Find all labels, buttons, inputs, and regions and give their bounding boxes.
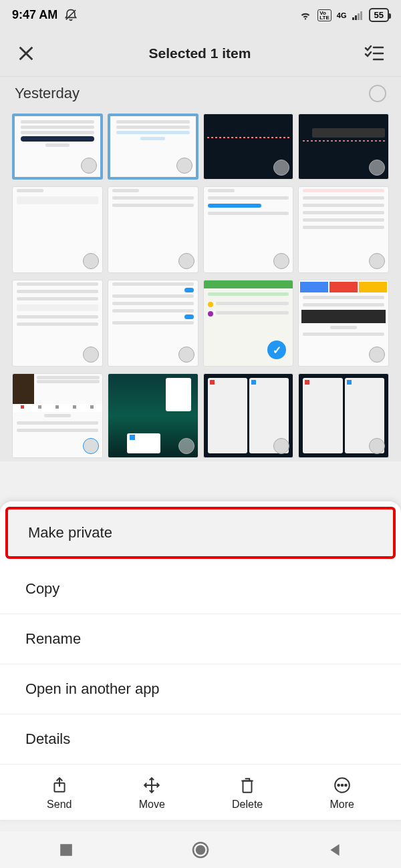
- action-label: Delete: [232, 799, 263, 811]
- thumbnail[interactable]: [12, 186, 103, 273]
- header-title: Selected 1 item: [35, 45, 364, 61]
- system-nav-bar: [0, 831, 401, 868]
- status-time: 9:47 AM: [12, 8, 57, 22]
- dnd-icon: [64, 9, 78, 22]
- action-bar: Send Move Delete More: [0, 764, 401, 820]
- thumbnail[interactable]: [12, 280, 103, 367]
- svg-point-9: [345, 785, 347, 787]
- action-more[interactable]: More: [329, 777, 354, 811]
- svg-rect-1: [355, 15, 357, 20]
- section-title: Yesterday: [15, 85, 80, 102]
- thumbnail[interactable]: ✓: [203, 280, 294, 367]
- wifi-icon: [299, 10, 312, 21]
- thumbnail[interactable]: [203, 186, 294, 273]
- thumbnail[interactable]: [203, 373, 294, 458]
- thumbnail[interactable]: [12, 114, 103, 180]
- thumbnail[interactable]: [108, 186, 198, 273]
- svg-rect-2: [358, 13, 360, 20]
- more-icon: [333, 777, 351, 794]
- signal-label: 4G: [337, 11, 347, 19]
- thumbnail[interactable]: [12, 373, 103, 458]
- back-icon[interactable]: [327, 843, 342, 857]
- thumbnail[interactable]: [108, 373, 198, 458]
- select-all-icon[interactable]: [364, 45, 384, 62]
- battery-indicator: 55: [369, 8, 389, 22]
- action-delete[interactable]: Delete: [232, 777, 263, 811]
- action-label: Send: [47, 799, 72, 811]
- thumbnail[interactable]: [108, 280, 198, 367]
- status-bar: 9:47 AM VoLTE 4G 55: [0, 0, 401, 30]
- thumbnail[interactable]: [298, 373, 389, 458]
- svg-rect-3: [360, 11, 362, 20]
- close-icon[interactable]: [17, 44, 35, 63]
- action-label: More: [329, 799, 354, 811]
- signal-icon: [352, 11, 364, 20]
- thumbnail[interactable]: [108, 114, 198, 180]
- action-label: Move: [139, 799, 165, 811]
- send-icon: [51, 777, 68, 794]
- thumbnail[interactable]: [298, 280, 389, 367]
- menu-open-in[interactable]: Open in another app: [0, 664, 401, 714]
- move-icon: [143, 777, 160, 794]
- menu-details[interactable]: Details: [0, 714, 401, 764]
- thumbnail[interactable]: [298, 186, 389, 273]
- menu-copy[interactable]: Copy: [0, 564, 401, 614]
- svg-rect-5: [243, 781, 252, 793]
- thumbnail[interactable]: [298, 114, 389, 180]
- thumbnail[interactable]: [203, 114, 294, 180]
- selection-header: Selected 1 item: [0, 30, 401, 77]
- more-options-sheet: Make private Copy Rename Open in another…: [0, 501, 401, 820]
- action-move[interactable]: Move: [139, 777, 165, 811]
- action-send[interactable]: Send: [47, 777, 72, 811]
- volte-icon: VoLTE: [317, 9, 331, 21]
- svg-point-7: [338, 785, 340, 787]
- svg-rect-0: [352, 17, 354, 20]
- svg-point-8: [341, 785, 343, 787]
- menu-rename[interactable]: Rename: [0, 614, 401, 664]
- svg-point-12: [196, 846, 205, 854]
- recent-apps-icon[interactable]: [59, 843, 74, 857]
- delete-icon: [239, 777, 256, 794]
- menu-make-private[interactable]: Make private: [5, 507, 396, 559]
- svg-rect-10: [60, 844, 72, 856]
- home-icon[interactable]: [191, 841, 210, 859]
- section-select-all[interactable]: [369, 85, 386, 102]
- section-header: Yesterday: [0, 77, 401, 110]
